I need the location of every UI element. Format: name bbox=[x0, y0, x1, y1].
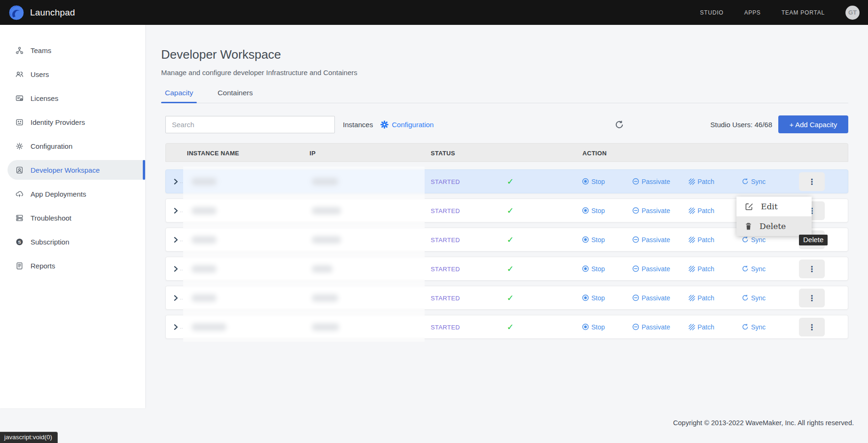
row-menu-button[interactable]: ⋮ bbox=[799, 289, 825, 307]
page-subtitle: Manage and configure developer Infrastru… bbox=[161, 69, 848, 76]
expand-chevron-icon[interactable] bbox=[173, 324, 178, 330]
sidebar-item-label: Reports bbox=[31, 262, 55, 270]
sidebar-item-subscription[interactable]: S Subscription bbox=[0, 232, 145, 252]
patch-icon bbox=[689, 266, 695, 272]
instance-ip-redacted bbox=[312, 323, 339, 331]
context-menu-delete[interactable]: Delete bbox=[736, 216, 812, 236]
configuration-link[interactable]: Configuration bbox=[380, 121, 434, 129]
expand-chevron-icon[interactable] bbox=[173, 266, 178, 272]
sidebar-item-label: Configuration bbox=[31, 142, 72, 150]
patch-action[interactable]: Patch bbox=[689, 207, 714, 214]
stop-icon bbox=[582, 323, 589, 330]
instance-ip-redacted bbox=[312, 265, 333, 273]
topnav-item-team-portal[interactable]: TEAM PORTAL bbox=[782, 9, 825, 16]
app-title: Launchpad bbox=[30, 8, 75, 18]
patch-action[interactable]: Patch bbox=[689, 236, 714, 244]
identity-icon bbox=[16, 118, 23, 126]
patch-icon bbox=[689, 237, 695, 243]
svg-text:S: S bbox=[18, 239, 21, 244]
sidebar-item-licenses[interactable]: Licenses bbox=[0, 88, 145, 108]
patch-action[interactable]: Patch bbox=[689, 265, 714, 273]
table-row[interactable]: .. STARTED ✓ Stop Passivate Patch Sync ⋮ bbox=[165, 315, 848, 339]
expand-chevron-icon[interactable] bbox=[173, 207, 178, 214]
instance-name-redacted bbox=[192, 236, 217, 244]
topnav-item-studio[interactable]: STUDIO bbox=[700, 9, 723, 16]
avatar[interactable]: GT bbox=[845, 6, 860, 20]
patch-action[interactable]: Patch bbox=[689, 294, 714, 302]
sidebar-item-label: Licenses bbox=[31, 94, 58, 102]
delete-tooltip: Delete bbox=[799, 235, 828, 245]
stop-action[interactable]: Stop bbox=[582, 294, 605, 302]
refresh-button[interactable] bbox=[615, 120, 624, 129]
gear-icon bbox=[380, 121, 388, 129]
table-row[interactable]: .. STARTED ✓ Stop Passivate Patch Sync ⋮ bbox=[165, 169, 848, 193]
sync-action[interactable]: Sync bbox=[742, 294, 766, 302]
studio-users-count: Studio Users: 46/68 bbox=[710, 121, 772, 129]
sync-action[interactable]: Sync bbox=[742, 178, 766, 185]
sync-action[interactable]: Sync bbox=[742, 323, 766, 331]
sync-icon bbox=[742, 265, 749, 272]
status-text: STARTED bbox=[431, 178, 460, 185]
column-header-instance-name: INSTANCE NAME bbox=[187, 150, 239, 157]
row-menu-button[interactable]: ⋮ bbox=[799, 318, 825, 336]
table-row[interactable]: .. STARTED ✓ Stop Passivate Patch Sync ⋮ bbox=[165, 286, 848, 310]
instances-label: Instances bbox=[343, 121, 373, 129]
add-capacity-button[interactable]: + Add Capacity bbox=[778, 115, 848, 133]
sidebar-item-identity-providers[interactable]: Identity Providers bbox=[0, 112, 145, 132]
passivate-action[interactable]: Passivate bbox=[632, 236, 670, 244]
sync-icon bbox=[742, 323, 749, 330]
stop-action[interactable]: Stop bbox=[582, 323, 605, 331]
expand-chevron-icon[interactable] bbox=[173, 295, 178, 301]
sync-icon bbox=[742, 178, 749, 185]
brand[interactable]: Launchpad bbox=[8, 5, 75, 21]
sync-action[interactable]: Sync bbox=[742, 236, 766, 244]
passivate-action[interactable]: Passivate bbox=[632, 323, 670, 331]
tab-bar: CapacityContainers bbox=[161, 89, 848, 103]
patch-action[interactable]: Patch bbox=[689, 178, 714, 185]
stop-action[interactable]: Stop bbox=[582, 265, 605, 273]
expand-chevron-icon[interactable] bbox=[173, 237, 178, 243]
stop-action[interactable]: Stop bbox=[582, 236, 605, 244]
search-input[interactable] bbox=[165, 116, 335, 133]
sidebar-item-teams[interactable]: Teams bbox=[0, 40, 145, 60]
expand-chevron-icon[interactable] bbox=[173, 178, 178, 184]
deployments-icon bbox=[16, 190, 23, 198]
sync-action[interactable]: Sync bbox=[742, 265, 766, 273]
sync-icon bbox=[742, 294, 749, 301]
status-text: STARTED bbox=[431, 236, 460, 243]
refresh-icon bbox=[615, 120, 624, 129]
topnav-item-apps[interactable]: APPS bbox=[744, 9, 760, 16]
passivate-action[interactable]: Passivate bbox=[632, 294, 670, 302]
sidebar-item-troubleshoot[interactable]: Troubleshoot bbox=[0, 208, 145, 228]
sidebar-item-app-deployments[interactable]: App Deployments bbox=[0, 184, 145, 204]
truncated-text: .. bbox=[180, 325, 183, 329]
tab-capacity[interactable]: Capacity bbox=[161, 89, 197, 103]
truncated-text: .. bbox=[180, 237, 183, 242]
status-text: STARTED bbox=[431, 265, 460, 272]
subscription-icon: S bbox=[16, 238, 23, 246]
truncated-text: .. bbox=[180, 208, 183, 213]
sidebar-item-configuration[interactable]: Configuration bbox=[0, 136, 145, 156]
sidebar-item-developer-workspace[interactable]: Developer Workspace bbox=[8, 160, 145, 180]
reports-icon bbox=[16, 262, 23, 270]
tab-containers[interactable]: Containers bbox=[214, 89, 256, 103]
instance-ip-redacted bbox=[312, 178, 338, 185]
stop-action[interactable]: Stop bbox=[582, 207, 605, 214]
row-menu-button[interactable]: ⋮ bbox=[799, 260, 825, 278]
column-header-status: STATUS bbox=[431, 150, 455, 157]
sidebar-item-label: Developer Workspace bbox=[31, 166, 100, 174]
stop-action[interactable]: Stop bbox=[582, 178, 605, 185]
sidebar-item-users[interactable]: Users bbox=[0, 64, 145, 84]
instance-name-redacted bbox=[192, 323, 226, 331]
edit-icon bbox=[745, 202, 753, 211]
context-menu-edit[interactable]: Edit bbox=[736, 197, 812, 216]
instance-name-redacted bbox=[192, 265, 217, 273]
sidebar-item-reports[interactable]: Reports bbox=[0, 256, 145, 275]
instance-name-redacted bbox=[192, 207, 217, 214]
row-menu-button[interactable]: ⋮ bbox=[799, 172, 825, 191]
passivate-action[interactable]: Passivate bbox=[632, 207, 670, 214]
patch-action[interactable]: Patch bbox=[689, 323, 714, 331]
passivate-action[interactable]: Passivate bbox=[632, 265, 670, 273]
table-row[interactable]: .. STARTED ✓ Stop Passivate Patch Sync ⋮ bbox=[165, 257, 848, 281]
passivate-action[interactable]: Passivate bbox=[632, 178, 670, 185]
